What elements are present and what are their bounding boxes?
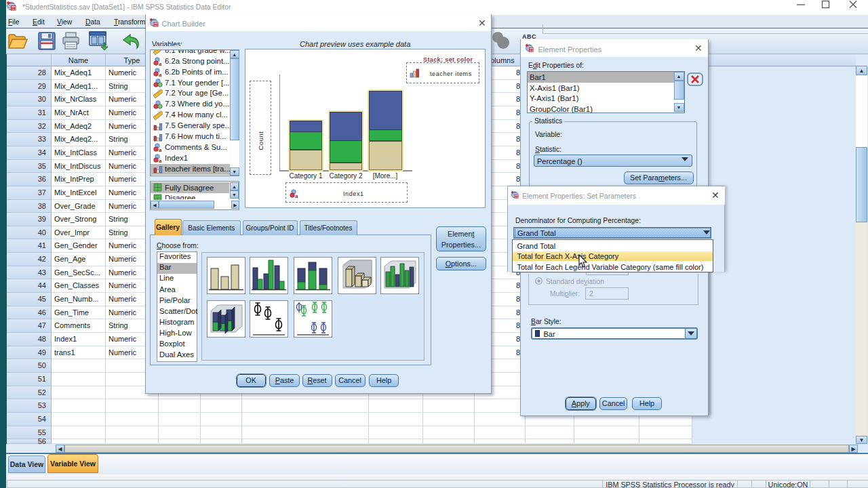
svg-text:a: a <box>295 192 298 199</box>
